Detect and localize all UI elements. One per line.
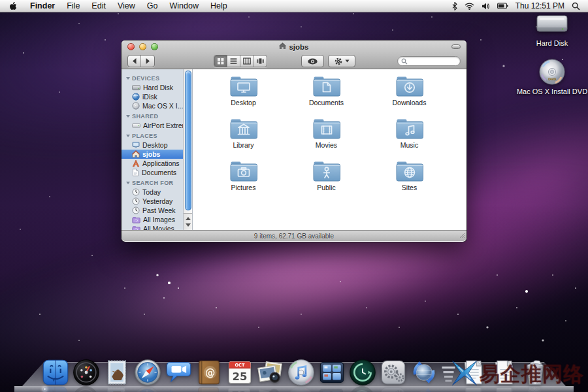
folder-downloads[interactable]: Downloads <box>368 74 451 117</box>
disclosure-triangle-icon[interactable] <box>126 135 130 137</box>
volume-icon[interactable] <box>482 3 490 10</box>
sidebar-item-past-week[interactable]: Past Week <box>122 206 183 215</box>
sidebar-item-idisk[interactable]: iDisk <box>122 92 183 101</box>
clock-icon <box>132 206 140 214</box>
sidebar-item-label: Past Week <box>142 206 176 214</box>
folder-icon <box>395 74 425 98</box>
sidebar-item-all-images[interactable]: All Images <box>122 215 183 224</box>
window-header[interactable]: sjobs <box>122 41 466 69</box>
sidebar-section-label: DEVICES <box>132 75 159 82</box>
sidebar-item-documents[interactable]: Documents <box>122 168 183 177</box>
sidebar-item-yesterday[interactable]: Yesterday <box>122 197 183 206</box>
smart-folder-icon <box>132 225 140 231</box>
dock-system-preferences-icon[interactable] <box>378 357 408 387</box>
document-icon <box>132 169 139 176</box>
sidebar-item-label: Desktop <box>142 141 168 149</box>
dock-itunes-icon[interactable] <box>286 357 316 387</box>
dock-address-book-icon[interactable]: @@ <box>194 357 223 387</box>
dock-stack-documents-2-icon[interactable] <box>489 357 519 387</box>
window-title: sjobs <box>279 42 308 51</box>
resize-grip[interactable] <box>459 233 465 240</box>
coverflow-view-button[interactable] <box>253 56 267 67</box>
dock-finder-icon[interactable] <box>41 357 70 387</box>
dock-spaces-icon[interactable] <box>317 357 346 387</box>
folder-sites[interactable]: Sites <box>368 159 451 202</box>
sidebar-item-hard-disk[interactable]: Hard Disk <box>122 83 183 92</box>
status-text: 9 items, 62.71 GB available <box>254 233 334 240</box>
dock-stack-documents-icon[interactable] <box>459 357 488 387</box>
spotlight-icon[interactable] <box>572 2 580 10</box>
sidebar-item-all-movies[interactable]: All Movies <box>122 224 183 230</box>
disclosure-triangle-icon[interactable] <box>126 182 130 184</box>
dock-ichat-icon[interactable] <box>163 357 193 387</box>
toolbar-toggle-button[interactable] <box>451 44 461 49</box>
dock-mail-icon[interactable] <box>102 357 131 387</box>
dock-dashboard-icon[interactable] <box>71 357 101 387</box>
dock-time-machine-icon[interactable] <box>348 357 377 387</box>
forward-button[interactable] <box>141 56 154 67</box>
bluetooth-icon[interactable] <box>452 2 457 10</box>
scrollbar-thumb[interactable] <box>185 71 191 210</box>
sidebar-item-applications[interactable]: Applications <box>122 159 183 168</box>
sidebar-section-devices[interactable]: DEVICES <box>122 73 183 83</box>
battery-icon[interactable] <box>497 3 508 9</box>
sidebar-item-label: Mac OS X I... <box>142 102 183 110</box>
sidebar-item-mac-os-x-i-[interactable]: Mac OS X I... <box>122 101 183 110</box>
menu-item-help[interactable]: Help <box>204 0 233 12</box>
menu-item-view[interactable]: View <box>112 0 141 12</box>
folder-pictures[interactable]: Pictures <box>202 159 285 202</box>
sidebar-item-label: Yesterday <box>142 197 172 205</box>
desktop-icon-hard-disk[interactable]: Hard Disk <box>512 12 588 47</box>
folder-music[interactable]: Music <box>368 117 451 159</box>
sidebar-item-sjobs[interactable]: sjobs <box>122 150 183 159</box>
sidebar-section-search-for[interactable]: SEARCH FOR <box>122 177 183 188</box>
sidebar-section-shared[interactable]: SHARED <box>122 110 183 121</box>
minimize-button[interactable] <box>139 43 146 50</box>
hard-disk-icon <box>132 84 140 91</box>
sidebar-item-desktop[interactable]: Desktop <box>122 140 183 150</box>
dock-sync-icon[interactable] <box>409 357 438 387</box>
window-titlebar[interactable]: sjobs <box>122 41 466 53</box>
menu-item-window[interactable]: Window <box>163 0 204 12</box>
list-view-button[interactable] <box>227 56 240 67</box>
back-button[interactable] <box>128 56 141 67</box>
folder-icon <box>229 117 259 140</box>
sidebar-section-label: SHARED <box>132 113 158 120</box>
applications-icon <box>132 159 140 167</box>
menu-item-finder[interactable]: Finder <box>24 0 61 12</box>
menu-clock[interactable]: Thu 12:51 PM <box>515 1 564 10</box>
sidebar-item-today[interactable]: Today <box>122 188 183 197</box>
desktop-icon-mac-os-x-install-dvd[interactable]: DVDMac OS X Install DVD <box>512 57 588 95</box>
disclosure-triangle-icon[interactable] <box>126 115 130 118</box>
close-button[interactable] <box>127 43 135 50</box>
scroll-up-button[interactable] <box>186 217 191 220</box>
action-button[interactable] <box>328 55 355 67</box>
dock-safari-icon[interactable] <box>133 357 162 387</box>
dock-ical-icon[interactable]: OCT25OCT25 <box>225 357 254 387</box>
dock-trash-icon[interactable] <box>520 357 549 387</box>
clock-icon <box>132 188 140 196</box>
menu-item-edit[interactable]: Edit <box>86 0 112 12</box>
folder-documents[interactable]: Documents <box>285 74 368 117</box>
sidebar-section-places[interactable]: PLACES <box>122 130 183 140</box>
search-input[interactable] <box>397 56 461 66</box>
disclosure-triangle-icon[interactable] <box>126 77 130 80</box>
menu-item-go[interactable]: Go <box>141 0 164 12</box>
folder-public[interactable]: Public <box>285 159 368 202</box>
scroll-down-button[interactable] <box>186 223 191 227</box>
menu-item-file[interactable]: File <box>61 0 86 12</box>
folder-desktop[interactable]: Desktop <box>202 74 285 117</box>
zoom-button[interactable] <box>151 43 158 50</box>
column-view-button[interactable] <box>240 56 253 67</box>
folder-movies[interactable]: Movies <box>285 117 368 159</box>
icon-view-button[interactable] <box>214 56 227 67</box>
sidebar-item-airport-extreme[interactable]: AirPort Extreme <box>122 121 183 130</box>
sidebar-scrollbar[interactable] <box>184 69 193 230</box>
apple-menu-icon[interactable] <box>0 1 24 11</box>
quick-look-button[interactable] <box>301 55 324 67</box>
dock-separator <box>440 361 457 387</box>
dock-iphoto-icon[interactable] <box>255 357 285 387</box>
folder-library[interactable]: Library <box>202 117 285 159</box>
wifi-icon[interactable] <box>465 3 474 10</box>
folder-label: Downloads <box>393 99 427 106</box>
